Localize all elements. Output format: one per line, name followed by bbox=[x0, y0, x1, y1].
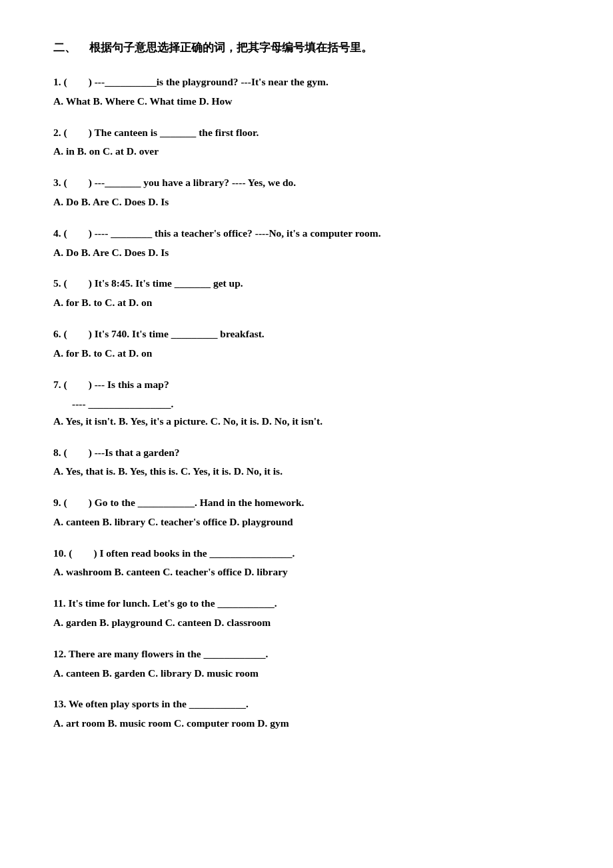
options-line-13: A. art room B. music room C. computer ro… bbox=[53, 715, 560, 732]
question-text-11: 11. It's time for lunch. Let's go to the… bbox=[53, 595, 560, 612]
question-block-10: 10. ( ) I often read books in the ______… bbox=[53, 545, 560, 581]
question-block-13: 13. We often play sports in the ________… bbox=[53, 696, 560, 732]
questions-container: 1. ( ) ---__________is the playground? -… bbox=[53, 74, 560, 732]
question-block-9: 9. ( ) Go to the ___________. Hand in th… bbox=[53, 495, 560, 531]
question-text-10: 10. ( ) I often read books in the ______… bbox=[53, 545, 560, 562]
question-block-11: 11. It's time for lunch. Let's go to the… bbox=[53, 595, 560, 631]
options-line-1: A. What B. Where C. What time D. How bbox=[53, 93, 560, 110]
options-line-2: A. in B. on C. at D. over bbox=[53, 143, 560, 160]
question-text-13: 13. We often play sports in the ________… bbox=[53, 696, 560, 713]
options-line-8: A. Yes, that is. B. Yes, this is. C. Yes… bbox=[53, 463, 560, 480]
question-text-12: 12. There are many flowers in the ______… bbox=[53, 646, 560, 663]
section-number: 二、 bbox=[53, 40, 76, 55]
question-text-6: 6. ( ) It's 740. It's time _________ bre… bbox=[53, 326, 560, 343]
question-subline-7: ---- ________________. bbox=[53, 395, 560, 413]
options-line-11: A. garden B. playground C. canteen D. cl… bbox=[53, 615, 560, 631]
options-line-7: A. Yes, it isn't. B. Yes, it's a picture… bbox=[53, 413, 560, 430]
options-line-12: A. canteen B. garden C. library D. music… bbox=[53, 665, 560, 682]
question-text-4: 4. ( ) ---- ________ this a teacher's of… bbox=[53, 225, 560, 242]
question-text-2: 2. ( ) The canteen is _______ the first … bbox=[53, 125, 560, 141]
question-block-7: 7. ( ) --- Is this a map?---- __________… bbox=[53, 377, 560, 430]
question-text-1: 1. ( ) ---__________is the playground? -… bbox=[53, 74, 560, 91]
question-text-9: 9. ( ) Go to the ___________. Hand in th… bbox=[53, 495, 560, 511]
options-line-10: A. washroom B. canteen C. teacher's offi… bbox=[53, 564, 560, 581]
options-line-4: A. Do B. Are C. Does D. Is bbox=[53, 245, 560, 261]
question-block-6: 6. ( ) It's 740. It's time _________ bre… bbox=[53, 326, 560, 362]
section-header: 二、 根据句子意思选择正确的词，把其字母编号填在括号里。 bbox=[53, 40, 560, 55]
question-text-7: 7. ( ) --- Is this a map? bbox=[53, 377, 560, 393]
options-line-9: A. canteen B. library C. teacher's offic… bbox=[53, 514, 560, 531]
question-block-8: 8. ( ) ---Is that a garden?A. Yes, that … bbox=[53, 445, 560, 481]
options-line-3: A. Do B. Are C. Does D. Is bbox=[53, 194, 560, 211]
options-line-5: A. for B. to C. at D. on bbox=[53, 295, 560, 311]
question-text-8: 8. ( ) ---Is that a garden? bbox=[53, 445, 560, 461]
question-block-12: 12. There are many flowers in the ______… bbox=[53, 646, 560, 682]
question-block-1: 1. ( ) ---__________is the playground? -… bbox=[53, 74, 560, 110]
options-line-6: A. for B. to C. at D. on bbox=[53, 345, 560, 362]
question-text-3: 3. ( ) ---_______ you have a library? --… bbox=[53, 175, 560, 191]
question-block-4: 4. ( ) ---- ________ this a teacher's of… bbox=[53, 225, 560, 261]
section-title: 根据句子意思选择正确的词，把其字母编号填在括号里。 bbox=[89, 40, 372, 55]
question-block-5: 5. ( ) It's 8:45. It's time _______ get … bbox=[53, 275, 560, 311]
question-block-3: 3. ( ) ---_______ you have a library? --… bbox=[53, 175, 560, 211]
question-block-2: 2. ( ) The canteen is _______ the first … bbox=[53, 125, 560, 161]
question-text-5: 5. ( ) It's 8:45. It's time _______ get … bbox=[53, 275, 560, 292]
